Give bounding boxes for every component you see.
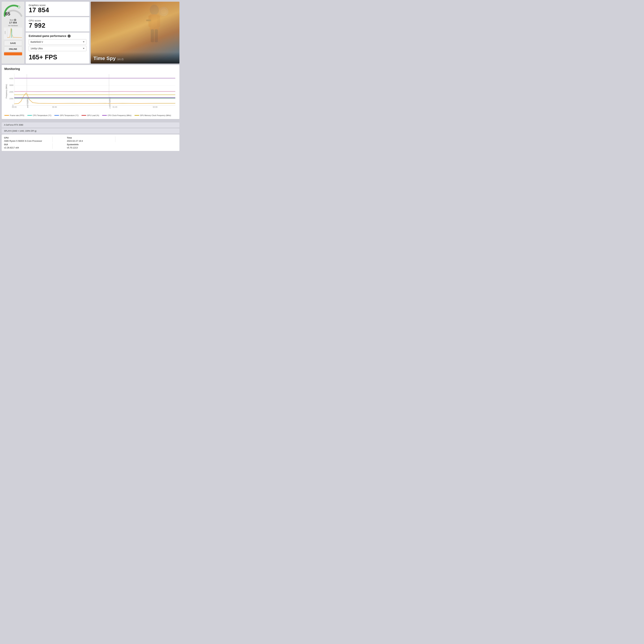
- same-hardware-label: me hardware: [8, 25, 18, 26]
- save-button[interactable]: SAVE: [4, 41, 22, 46]
- game-perf-info-icon[interactable]: i: [68, 35, 71, 38]
- best-score: 17 554: [9, 21, 17, 24]
- game-perf-title: Estimated game performance: [29, 35, 66, 38]
- svg-text:Frequency (MHz): Frequency (MHz): [5, 84, 7, 98]
- footer-cpu-value: AMD Ryzen 5 5600X 6-Core Processor: [4, 140, 51, 142]
- legend-cpu-temp: CPU Temperature (°C): [27, 114, 51, 116]
- online-button[interactable]: ONLINE: [4, 46, 22, 52]
- svg-point-0: [18, 6, 20, 8]
- legend-color-gpu-load: [82, 115, 86, 116]
- legend-color-frame-rate: [4, 115, 9, 116]
- svg-text:00:00: 00:00: [12, 106, 17, 108]
- legend-color-cpu-temp: [27, 115, 32, 116]
- game-performance-card: Estimated game performance i Battlefield…: [26, 33, 89, 64]
- footer-gui-value: v2.28.8217 s64: [4, 146, 51, 149]
- graphics-score-label: Graphics score: [29, 4, 86, 7]
- legend-label-cpu-temp: CPU Temperature (°C): [33, 114, 51, 116]
- legend-label-frame-rate: Frame rate (FPS): [10, 114, 24, 116]
- gauge-panel: 65 Best i 17 554 me hardware 15000 SAVE …: [2, 2, 24, 64]
- legend-label-gpu-load: GPU Load (%): [87, 114, 99, 116]
- display-info: SPLAY4 (3440 × 1440, 100% DPI g): [4, 130, 37, 132]
- monitoring-title: Monitoring: [4, 67, 177, 71]
- legend-row: Frame rate (FPS) CPU Temperature (°C) GP…: [4, 114, 177, 116]
- graphics-score-value: 17 854: [29, 7, 86, 14]
- resolution-dropdown[interactable]: 1440p Ultra 1080p Ultra 4K Ultra: [29, 46, 86, 51]
- svg-text:02:00: 02:00: [153, 106, 157, 108]
- footer-time-label: Time: [67, 137, 114, 139]
- submit-button[interactable]: [4, 52, 22, 55]
- footer-sysinfo-item: SystemInfo v5.70.1213: [67, 143, 114, 149]
- svg-text:3000: 3000: [9, 84, 13, 86]
- game-perf-header: Estimated game performance i: [29, 35, 86, 38]
- banner-version: (v1.2): [117, 58, 123, 61]
- score-cards: Graphics score 17 854 CPU score 7 992 Es…: [26, 2, 89, 64]
- cpu-score-label: CPU score: [29, 19, 86, 22]
- monitoring-section: Monitoring 0 1000 2000 3000 4000 Frequen…: [2, 65, 179, 119]
- best-info-icon[interactable]: i: [14, 19, 16, 21]
- svg-text:01:20: 01:20: [113, 106, 117, 108]
- gpu-info-bar: A GeForce RTX 3080: [2, 122, 179, 127]
- legend-label-gpu-mem: GPU Memory Clock Frequency (MHz): [140, 114, 171, 116]
- display-info-bar: SPLAY4 (3440 × 1440, 100% DPI g): [2, 128, 179, 133]
- footer-grid: CPU AMD Ryzen 5 5600X 6-Core Processor T…: [2, 135, 179, 151]
- footer-sysinfo-label: SystemInfo: [67, 143, 114, 146]
- monitoring-chart: 0 1000 2000 3000 4000 Frequency (MHz) 00…: [4, 73, 177, 110]
- legend-label-cpu-clock: CPU Clock Frequency (MHz): [108, 114, 131, 116]
- legend-cpu-clock: CPU Clock Frequency (MHz): [102, 114, 131, 116]
- banner-overlay: Time Spy (v1.2): [91, 52, 179, 64]
- svg-text:Graphics test 2: Graphics test 2: [109, 97, 111, 109]
- mini-chart: 15000: [4, 28, 22, 39]
- chart-area: 0 1000 2000 3000 4000 Frequency (MHz) 00…: [4, 73, 177, 113]
- legend-color-gpu-mem: [135, 115, 139, 116]
- legend-color-cpu-clock: [102, 115, 107, 116]
- graphics-score-card: Graphics score 17 854: [26, 2, 89, 16]
- gauge-container: 65: [3, 3, 23, 17]
- gauge-svg: 65: [3, 3, 23, 17]
- footer-time-item: Time 2024-02-27 19:4: [67, 137, 114, 142]
- cpu-score-card: CPU score 7 992: [26, 17, 89, 32]
- svg-text:65: 65: [5, 11, 10, 16]
- gpu-name: A GeForce RTX 3080: [4, 124, 23, 126]
- cpu-score-value: 7 992: [29, 22, 86, 29]
- footer-section: A GeForce RTX 3080 SPLAY4 (3440 × 1440, …: [0, 120, 181, 153]
- best-text: Best: [10, 19, 13, 21]
- best-label: Best i: [10, 19, 16, 21]
- footer-gui-item: GUI v2.28.8217 s64: [4, 143, 51, 149]
- banner-title: Time Spy: [93, 56, 116, 61]
- legend-gpu-temp: GPU Temperature (°C): [54, 114, 78, 116]
- footer-cpu-item: CPU AMD Ryzen 5 5600X 6-Core Processor: [4, 137, 51, 142]
- banner-panel: Time Spy (v1.2): [91, 2, 179, 64]
- svg-text:1000: 1000: [9, 98, 13, 100]
- legend-gpu-load: GPU Load (%): [82, 114, 99, 116]
- fps-value: 165+ FPS: [29, 54, 86, 61]
- footer-divider-1: [52, 137, 53, 142]
- legend-label-gpu-temp: GPU Temperature (°C): [60, 114, 78, 116]
- svg-text:4000: 4000: [9, 77, 13, 79]
- svg-text:15000: 15000: [5, 31, 6, 34]
- footer-gui-label: GUI: [4, 143, 51, 146]
- legend-gpu-mem: GPU Memory Clock Frequency (MHz): [135, 114, 171, 116]
- legend-frame-rate: Frame rate (FPS): [4, 114, 24, 116]
- footer-divider-3: [52, 143, 53, 149]
- svg-text:Graphics test: Graphics test: [27, 98, 29, 108]
- footer-sysinfo-value: v5.70.1213: [67, 146, 114, 149]
- footer-time-value: 2024-02-27 19:4: [67, 140, 114, 142]
- svg-text:2000: 2000: [9, 91, 13, 93]
- legend-color-gpu-temp: [54, 115, 59, 116]
- svg-text:00:40: 00:40: [52, 106, 57, 108]
- game-dropdown[interactable]: Battlefield V Call of Duty Cyberpunk 207…: [29, 39, 86, 45]
- footer-cpu-label: CPU: [4, 137, 51, 139]
